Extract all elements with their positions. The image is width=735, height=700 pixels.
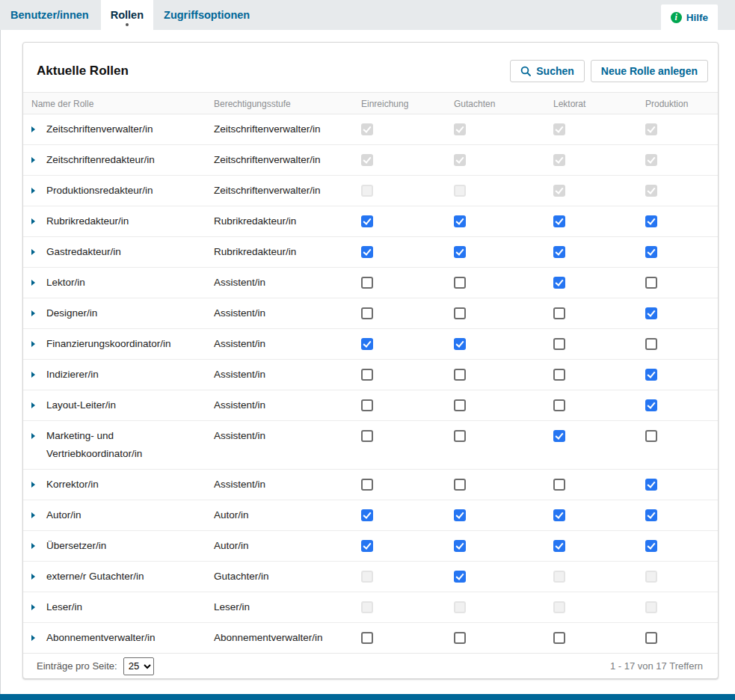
stage-checkbox-lektorat[interactable] xyxy=(553,369,565,381)
stage-checkbox-produktion[interactable] xyxy=(645,307,657,319)
stage-checkbox-lektorat[interactable] xyxy=(553,215,565,227)
stage-cell xyxy=(454,568,553,583)
stage-checkbox-einreichung[interactable] xyxy=(361,246,373,258)
stage-checkbox-einreichung[interactable] xyxy=(361,215,373,227)
stage-checkbox-einreichung[interactable] xyxy=(361,277,373,289)
stage-checkbox-lektorat[interactable] xyxy=(553,277,565,289)
expand-row-button[interactable] xyxy=(31,212,46,224)
stage-cell xyxy=(361,506,454,521)
stage-cell xyxy=(361,568,454,583)
stage-checkbox-einreichung xyxy=(361,123,373,135)
stage-checkbox-produktion[interactable] xyxy=(645,509,657,521)
stage-checkbox-gutachten[interactable] xyxy=(454,307,466,319)
stage-checkbox-einreichung xyxy=(361,571,373,583)
stage-checkbox-einreichung[interactable] xyxy=(361,430,373,442)
stage-checkbox-produktion[interactable] xyxy=(645,246,657,258)
stage-checkbox-einreichung[interactable] xyxy=(361,399,373,411)
stage-checkbox-gutachten[interactable] xyxy=(454,571,466,583)
chevron-right-icon xyxy=(31,543,35,549)
stage-checkbox-produktion[interactable] xyxy=(645,399,657,411)
stage-checkbox-gutachten[interactable] xyxy=(454,399,466,411)
expand-row-button[interactable] xyxy=(31,182,46,194)
stage-checkbox-lektorat[interactable] xyxy=(553,338,565,350)
expand-row-button[interactable] xyxy=(31,304,46,316)
stage-checkbox-einreichung[interactable] xyxy=(361,632,373,644)
column-header-lektorat: Lektorat xyxy=(553,93,645,115)
stage-checkbox-lektorat[interactable] xyxy=(553,632,565,644)
stage-checkbox-lektorat[interactable] xyxy=(553,540,565,552)
stage-checkbox-lektorat xyxy=(553,601,565,613)
stage-checkbox-gutachten[interactable] xyxy=(454,369,466,381)
permission-level: Abonnementverwalter/in xyxy=(214,629,361,647)
stage-checkbox-lektorat[interactable] xyxy=(553,509,565,521)
search-button[interactable]: Suchen xyxy=(510,60,585,82)
expand-row-button[interactable] xyxy=(31,151,46,163)
stage-checkbox-produktion[interactable] xyxy=(645,369,657,381)
tab-rollen[interactable]: Rollen xyxy=(101,0,153,30)
table-row: Lektor/in Assistent/in xyxy=(23,268,718,298)
stage-checkbox-einreichung[interactable] xyxy=(361,338,373,350)
stage-cell xyxy=(645,335,718,350)
stage-checkbox-gutachten[interactable] xyxy=(454,430,466,442)
column-header-einreichung: Einreichung xyxy=(361,93,454,115)
table-footer: Einträge pro Seite: 25 1 - 17 von 17 Tre… xyxy=(23,653,718,678)
table-row: Gastredakteur/in Rubrikredakteur/in xyxy=(23,237,718,268)
stage-checkbox-gutachten[interactable] xyxy=(454,277,466,289)
expand-row-button[interactable] xyxy=(31,629,46,641)
tab-zugriffsoptionen[interactable]: Zugriffsoptionen xyxy=(153,0,260,30)
expand-row-button[interactable] xyxy=(31,243,46,255)
expand-row-button[interactable] xyxy=(31,274,46,286)
stage-checkbox-gutachten[interactable] xyxy=(454,338,466,350)
stage-checkbox-gutachten[interactable] xyxy=(454,540,466,552)
stage-checkbox-gutachten[interactable] xyxy=(454,509,466,521)
items-per-page-select[interactable]: 25 xyxy=(123,657,154,675)
stage-checkbox-einreichung[interactable] xyxy=(361,479,373,491)
expand-row-button[interactable] xyxy=(31,476,46,488)
expand-row-button[interactable] xyxy=(31,120,46,132)
stage-checkbox-produktion[interactable] xyxy=(645,479,657,491)
expand-row-button[interactable] xyxy=(31,366,46,378)
stage-checkbox-gutachten xyxy=(454,123,466,135)
stage-checkbox-gutachten[interactable] xyxy=(454,215,466,227)
stage-checkbox-einreichung[interactable] xyxy=(361,540,373,552)
chevron-right-icon xyxy=(31,574,35,580)
expand-row-button[interactable] xyxy=(31,335,46,347)
stage-checkbox-gutachten[interactable] xyxy=(454,479,466,491)
stage-checkbox-produktion[interactable] xyxy=(645,215,657,227)
search-icon xyxy=(520,66,531,76)
expand-row-button[interactable] xyxy=(31,598,46,610)
expand-row-button[interactable] xyxy=(31,568,46,580)
permission-level: Assistent/in xyxy=(214,304,361,322)
stage-checkbox-gutachten[interactable] xyxy=(454,632,466,644)
expand-row-button[interactable] xyxy=(31,427,46,439)
stage-checkbox-produktion[interactable] xyxy=(645,338,657,350)
new-role-button[interactable]: Neue Rolle anlegen xyxy=(591,60,708,82)
stage-cell xyxy=(454,304,553,319)
stage-checkbox-produktion[interactable] xyxy=(645,540,657,552)
expand-row-button[interactable] xyxy=(31,396,46,408)
table-row: Marketing- und Vertriebkoordinator/in As… xyxy=(23,421,718,470)
stage-cell xyxy=(361,274,454,289)
stage-cell xyxy=(645,537,718,552)
table-row: Indizierer/in Assistent/in xyxy=(23,360,718,390)
tab-benutzer[interactable]: Benutzer/innen xyxy=(0,0,99,30)
stage-checkbox-lektorat[interactable] xyxy=(553,430,565,442)
stage-checkbox-einreichung[interactable] xyxy=(361,307,373,319)
stage-cell xyxy=(645,427,718,442)
stage-checkbox-produktion[interactable] xyxy=(645,430,657,442)
stage-checkbox-einreichung[interactable] xyxy=(361,369,373,381)
table-row: Layout-Leiter/in Assistent/in xyxy=(23,390,718,421)
permission-level: Assistent/in xyxy=(214,427,361,445)
help-button[interactable]: i Hilfe xyxy=(661,4,718,30)
stage-checkbox-produktion[interactable] xyxy=(645,277,657,289)
stage-checkbox-lektorat[interactable] xyxy=(553,307,565,319)
expand-row-button[interactable] xyxy=(31,506,46,518)
expand-row-button[interactable] xyxy=(31,537,46,549)
stage-checkbox-produktion[interactable] xyxy=(645,632,657,644)
stage-checkbox-lektorat[interactable] xyxy=(553,399,565,411)
new-role-button-label: Neue Rolle anlegen xyxy=(601,65,698,77)
stage-checkbox-lektorat[interactable] xyxy=(553,479,565,491)
stage-checkbox-lektorat[interactable] xyxy=(553,246,565,258)
stage-checkbox-einreichung[interactable] xyxy=(361,509,373,521)
stage-checkbox-gutachten[interactable] xyxy=(454,246,466,258)
